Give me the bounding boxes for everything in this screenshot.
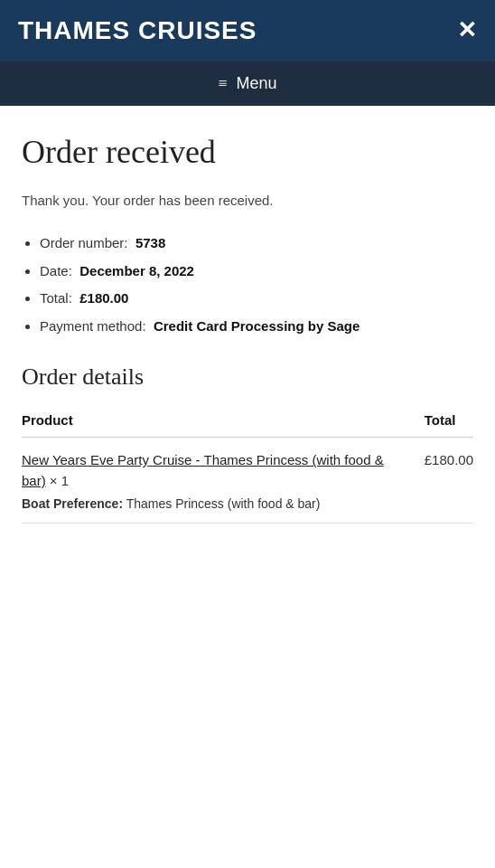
order-total-value: £180.00 <box>79 290 128 306</box>
order-payment-item: Payment method: Credit Card Processing b… <box>40 316 473 337</box>
thank-you-message: Thank you. Your order has been received. <box>22 190 473 212</box>
col-total-header: Total <box>406 405 473 438</box>
order-total-item: Total: £180.00 <box>40 288 473 309</box>
product-link[interactable]: New Years Eve Party Cruise - Thames Prin… <box>22 452 384 488</box>
order-summary-list: Order number: 5738 Date: December 8, 202… <box>22 233 473 336</box>
product-cell: New Years Eve Party Cruise - Thames Prin… <box>22 438 406 524</box>
order-date-label: Date: <box>40 263 72 278</box>
site-header: THAMES CRUISES ✕ <box>0 0 495 61</box>
close-icon[interactable]: ✕ <box>457 19 477 42</box>
order-number-item: Order number: 5738 <box>40 233 473 254</box>
site-title: THAMES CRUISES <box>18 16 257 45</box>
product-quantity: × 1 <box>46 473 69 488</box>
page-title: Order received <box>22 133 473 172</box>
order-date-item: Date: December 8, 2022 <box>40 261 473 282</box>
menu-label: Menu <box>237 74 277 93</box>
order-number-value: 5738 <box>135 235 165 250</box>
order-details-title: Order details <box>22 363 473 391</box>
col-product-header: Product <box>22 405 406 438</box>
order-total-label: Total: <box>40 290 72 306</box>
main-content: Order received Thank you. Your order has… <box>0 106 495 560</box>
order-table: Product Total New Years Eve Party Cruise… <box>22 405 473 524</box>
order-payment-value: Credit Card Processing by Sage <box>154 318 360 334</box>
product-price: £180.00 <box>406 438 473 524</box>
product-meta: Boat Preference: Thames Princess (with f… <box>22 495 406 514</box>
order-number-label: Order number: <box>40 235 128 250</box>
order-date-value: December 8, 2022 <box>79 263 194 278</box>
order-payment-label: Payment method: <box>40 318 146 334</box>
table-header-row: Product Total <box>22 405 473 438</box>
hamburger-icon: ≡ <box>218 74 227 93</box>
site-nav[interactable]: ≡ Menu <box>0 61 495 106</box>
table-row: New Years Eve Party Cruise - Thames Prin… <box>22 438 473 524</box>
